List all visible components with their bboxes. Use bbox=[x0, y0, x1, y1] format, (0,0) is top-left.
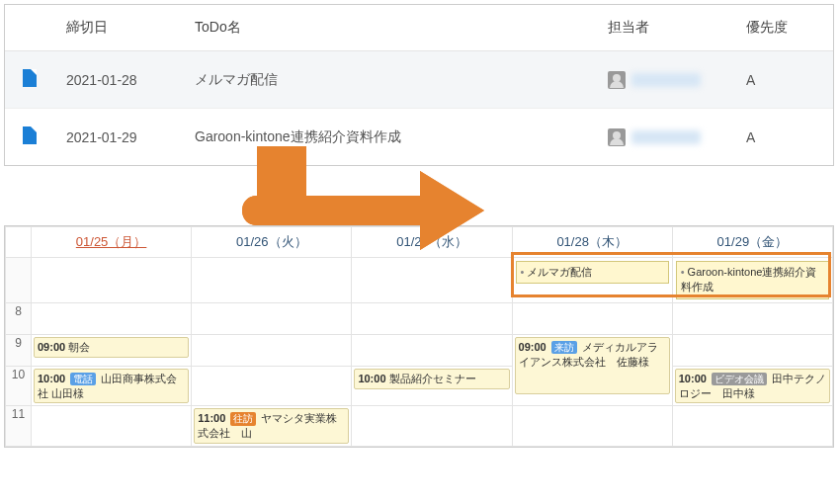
cell-assignee bbox=[596, 109, 734, 166]
col-header-deadline[interactable]: 締切日 bbox=[54, 5, 183, 51]
day-header[interactable]: 01/29（金） bbox=[672, 227, 832, 258]
event[interactable]: 10:00 電話 山田商事株式会社 山田様 bbox=[34, 369, 189, 404]
table-row[interactable]: 2021-01-28 メルマガ配信 A bbox=[5, 51, 833, 109]
time-cell[interactable] bbox=[672, 334, 832, 366]
tag-visit: 往訪 bbox=[230, 412, 256, 426]
col-header-name[interactable]: ToDo名 bbox=[183, 5, 596, 51]
arrow-icon bbox=[198, 146, 484, 265]
time-cell[interactable] bbox=[352, 406, 512, 447]
hour-cell: 10 bbox=[6, 366, 32, 406]
time-cell[interactable] bbox=[512, 302, 672, 334]
arrow-zone bbox=[0, 166, 840, 225]
event[interactable]: 09:00 来訪 メディカルアライアンス株式会社 佐藤様 bbox=[515, 337, 670, 394]
day-header[interactable]: 01/28（木） bbox=[512, 227, 672, 258]
cell-deadline: 2021-01-29 bbox=[54, 109, 183, 166]
todo-chip[interactable]: •メルマガ配信 bbox=[516, 261, 669, 284]
time-cell[interactable]: 09:00 朝会 bbox=[32, 334, 192, 366]
col-header-assignee[interactable]: 担当者 bbox=[596, 5, 734, 51]
tag-video: ビデオ会議 bbox=[712, 373, 767, 386]
todo-chip-label: メルマガ配信 bbox=[527, 266, 592, 278]
cell-priority: A bbox=[734, 51, 833, 109]
hour-cell bbox=[6, 258, 32, 303]
event[interactable]: 09:00 朝会 bbox=[34, 337, 189, 358]
time-cell[interactable] bbox=[192, 366, 352, 406]
col-header-priority[interactable]: 優先度 bbox=[734, 5, 833, 51]
hour-row: 9 09:00 朝会 09:00 来訪 メディカルアライアンス株式会社 佐藤様 bbox=[6, 334, 833, 366]
time-cell[interactable] bbox=[192, 334, 352, 366]
time-cell[interactable] bbox=[352, 302, 512, 334]
avatar-icon bbox=[608, 128, 626, 146]
document-icon bbox=[23, 126, 37, 144]
time-cell[interactable]: 10:00 製品紹介セミナー bbox=[352, 366, 512, 406]
event-time: 10:00 bbox=[679, 373, 707, 384]
hour-header bbox=[6, 227, 32, 258]
assignee-name-redacted bbox=[631, 73, 701, 87]
time-cell[interactable] bbox=[192, 302, 352, 334]
cell-assignee bbox=[596, 51, 734, 109]
todo-chip[interactable]: •Garoon-kintone連携紹介資料作成 bbox=[676, 261, 829, 299]
allday-cell[interactable]: •Garoon-kintone連携紹介資料作成 bbox=[672, 258, 832, 303]
event-title: 朝会 bbox=[68, 341, 90, 353]
event-time: 10:00 bbox=[358, 373, 385, 384]
time-cell[interactable] bbox=[512, 406, 672, 447]
time-cell[interactable]: 09:00 来訪 メディカルアライアンス株式会社 佐藤様 bbox=[512, 334, 672, 406]
time-cell[interactable]: 10:00 電話 山田商事株式会社 山田様 bbox=[32, 366, 192, 406]
time-cell[interactable] bbox=[32, 406, 192, 447]
col-header-icon bbox=[5, 5, 54, 51]
cell-priority: A bbox=[734, 109, 833, 166]
event-title: 製品紹介セミナー bbox=[389, 373, 476, 384]
allday-cell[interactable]: •メルマガ配信 bbox=[512, 258, 672, 303]
assignee-name-redacted bbox=[631, 130, 701, 144]
hour-cell: 11 bbox=[6, 406, 32, 447]
hour-row: 11 11:00 往訪 ヤマシタ実業株式会社 山 bbox=[6, 406, 833, 447]
hour-cell: 9 bbox=[6, 334, 32, 366]
event-time: 11:00 bbox=[198, 412, 225, 424]
document-icon bbox=[23, 69, 37, 87]
todo-chip-label: Garoon-kintone連携紹介資料作成 bbox=[681, 266, 817, 293]
event-time: 09:00 bbox=[38, 341, 65, 353]
avatar-icon bbox=[608, 71, 626, 89]
hour-row: 10 10:00 電話 山田商事株式会社 山田様 10:00 製品紹介セミナー … bbox=[6, 366, 833, 406]
time-cell[interactable] bbox=[352, 334, 512, 366]
time-cell[interactable] bbox=[672, 406, 832, 447]
cell-deadline: 2021-01-28 bbox=[54, 51, 183, 109]
time-cell[interactable]: 11:00 往訪 ヤマシタ実業株式会社 山 bbox=[192, 406, 352, 447]
allday-cell[interactable] bbox=[32, 258, 192, 303]
event-time: 09:00 bbox=[519, 341, 546, 353]
time-cell[interactable] bbox=[32, 302, 192, 334]
tag-phone: 電話 bbox=[70, 373, 96, 386]
event[interactable]: 10:00 製品紹介セミナー bbox=[354, 369, 509, 389]
todo-panel: 締切日 ToDo名 担当者 優先度 2021-01-28 メルマガ配信 A 20… bbox=[4, 4, 834, 166]
event[interactable]: 10:00 ビデオ会議 田中テクノロジー 田中様 bbox=[675, 369, 830, 404]
cell-title: メルマガ配信 bbox=[183, 51, 596, 109]
event-time: 10:00 bbox=[38, 373, 65, 384]
day-header[interactable]: 01/25（月） bbox=[32, 227, 192, 258]
time-cell[interactable]: 10:00 ビデオ会議 田中テクノロジー 田中様 bbox=[672, 366, 832, 406]
time-cell[interactable] bbox=[672, 302, 832, 334]
todo-table: 締切日 ToDo名 担当者 優先度 2021-01-28 メルマガ配信 A 20… bbox=[5, 5, 833, 165]
hour-row: 8 bbox=[6, 302, 833, 334]
tag-incoming: 来訪 bbox=[551, 341, 577, 355]
event[interactable]: 11:00 往訪 ヤマシタ実業株式会社 山 bbox=[194, 408, 349, 444]
hour-cell: 8 bbox=[6, 302, 32, 334]
